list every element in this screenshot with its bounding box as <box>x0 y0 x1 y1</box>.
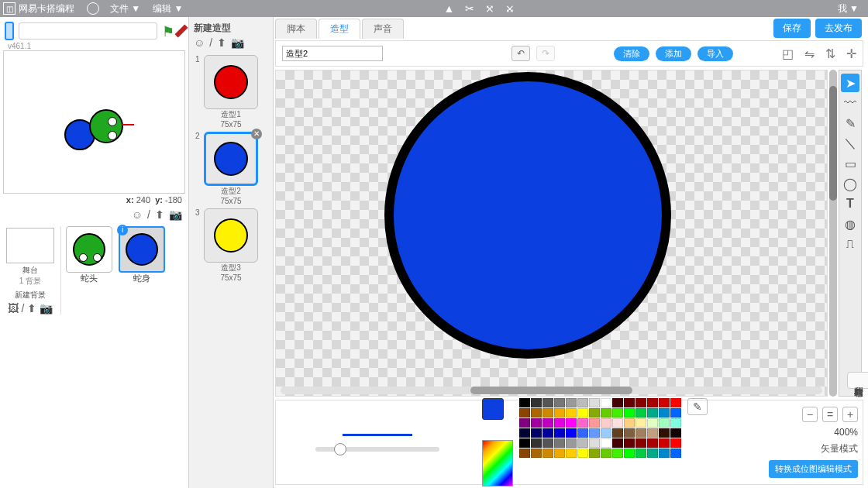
grow-icon[interactable]: ⤧ <box>485 2 494 15</box>
stage-thumb[interactable]: 舞台 1 背景 新建背景 🖼 / ⬆ 📷 <box>3 226 57 314</box>
redo-button[interactable]: ↷ <box>536 46 555 61</box>
costume-name-input[interactable] <box>282 46 383 61</box>
left-panel: ⚑ v461.1 x: 240 y: -180 ☺ / ⬆ 📷 舞台 1 背景 … <box>0 17 188 488</box>
reshape-tool-icon[interactable]: 〰 <box>841 94 859 112</box>
menu-edit[interactable]: 编辑 ▼ <box>153 2 183 15</box>
sprite-item-head[interactable]: 蛇头 <box>64 226 114 314</box>
stage-sprite-tongue <box>122 124 134 125</box>
sprite-label: 蛇身 <box>117 273 167 284</box>
upload-icon[interactable]: ⬆ <box>155 208 164 221</box>
costume-paint-icon[interactable]: / <box>209 36 212 49</box>
bg-paint-icon[interactable]: / <box>22 302 25 314</box>
menu-me[interactable]: 我 ▼ <box>838 2 859 15</box>
fill-tool-icon[interactable]: ◍ <box>841 215 859 233</box>
flip-v-icon[interactable]: ⇅ <box>825 46 835 61</box>
menu-file[interactable]: 文件 ▼ <box>110 2 140 15</box>
pen-tool-icon[interactable]: ✎ <box>841 114 859 132</box>
editor-toolbar: ↶ ↷ 清除 添加 导入 ◰ ⇋ ⇅ ✛ <box>275 40 863 67</box>
center-icon[interactable]: ✛ <box>846 46 856 61</box>
menubar: ◫ 网易卡搭编程 文件 ▼ 编辑 ▼ ▲ ✂ ⤧ ⤩ 我 ▼ <box>0 0 868 17</box>
bg-upload-icon[interactable]: ⬆ <box>27 302 36 314</box>
costume-item-1[interactable]: 1 造型1 75x75 <box>195 55 267 129</box>
close-icon[interactable]: ✕ <box>251 129 262 139</box>
mode-label: 矢量模式 <box>821 442 858 455</box>
v-scrollbar[interactable] <box>829 70 837 397</box>
stop-icon[interactable] <box>175 25 188 38</box>
rect-tool-icon[interactable]: ▭ <box>841 154 859 173</box>
sprite-toolbar: ☺ / ⬆ 📷 <box>0 206 188 223</box>
fill-color-swatch[interactable] <box>482 398 504 420</box>
version-label: v461.1 <box>0 42 188 50</box>
shrink-icon[interactable]: ⤩ <box>505 2 515 15</box>
costume-item-3[interactable]: 3 造型3 75x75 <box>195 208 267 282</box>
stage-resize-button[interactable] <box>5 22 14 40</box>
library-icon[interactable]: ☺ <box>132 208 143 221</box>
sprite-list: 蛇头 i 蛇身 <box>60 226 185 314</box>
center-tool-icons: ▲ ✂ ⤧ ⤩ <box>351 2 515 15</box>
paint-icon[interactable]: / <box>147 208 150 221</box>
stage-sprite-head <box>89 109 123 143</box>
sprite-item-body[interactable]: i 蛇身 <box>117 226 167 314</box>
costume-upload-icon[interactable]: ⬆ <box>217 36 226 49</box>
paint-canvas[interactable] <box>275 70 828 397</box>
tab-costumes[interactable]: 造型 <box>319 19 360 39</box>
info-badge-icon[interactable]: i <box>117 225 128 235</box>
line-tool-icon[interactable]: ＼ <box>841 134 859 153</box>
stamp-icon[interactable]: ▲ <box>444 2 455 15</box>
stroke-width-slider[interactable] <box>315 447 439 452</box>
costume-heading: 新建造型 <box>189 17 273 36</box>
stamp-tool-icon[interactable]: ⎍ <box>841 235 859 253</box>
import-button[interactable]: 导入 <box>698 46 733 61</box>
cut-icon[interactable]: ✂ <box>465 2 474 15</box>
camera-icon[interactable]: 📷 <box>169 208 182 221</box>
crop-icon[interactable]: ◰ <box>782 46 794 61</box>
stage-view[interactable] <box>3 50 185 194</box>
save-button[interactable]: 保存 <box>773 19 811 38</box>
convert-mode-button[interactable]: 转换成位图编辑模式 <box>769 460 858 478</box>
clear-button[interactable]: 清除 <box>614 46 649 61</box>
color-spectrum[interactable] <box>482 440 513 486</box>
eyedropper-icon[interactable]: ✎ <box>687 398 708 415</box>
globe-icon[interactable] <box>87 2 99 15</box>
bottom-panel: ✎ − = + 400% 矢量模式 转换成位图编辑模式 <box>275 400 863 485</box>
stroke-preview <box>343 434 412 436</box>
publish-button[interactable]: 去发布 <box>815 19 862 38</box>
stage-coords: x: 240 y: -180 <box>0 194 188 206</box>
zoom-out-button[interactable]: − <box>802 407 818 422</box>
select-tool-icon[interactable]: ➤ <box>841 74 859 92</box>
logo-icon: ◫ <box>3 2 16 15</box>
brand: 网易卡搭编程 <box>19 2 74 15</box>
tool-palette: ➤ 〰 ✎ ＼ ▭ ◯ T ◍ ⎍ <box>839 70 862 397</box>
costume-list-panel: 新建造型 ☺ / ⬆ 📷 1 造型1 75x75 2 ✕ 造型2 75x75 3… <box>188 17 274 488</box>
new-backdrop-label: 新建背景 <box>3 290 57 301</box>
costume-item-2[interactable]: 2 ✕ 造型2 75x75 <box>195 132 267 205</box>
color-palette[interactable] <box>519 398 681 458</box>
green-flag-icon[interactable]: ⚑ <box>162 23 174 39</box>
zoom-in-button[interactable]: + <box>842 407 858 422</box>
zoom-reset-button[interactable]: = <box>822 407 838 422</box>
costume-library-icon[interactable]: ☺ <box>194 36 205 49</box>
tab-sounds[interactable]: 声音 <box>362 19 404 39</box>
bg-library-icon[interactable]: 🖼 <box>8 302 19 314</box>
ellipse-tool-icon[interactable]: ◯ <box>841 174 859 193</box>
bg-camera-icon[interactable]: 📷 <box>40 302 53 314</box>
h-scrollbar[interactable] <box>281 387 822 394</box>
text-tool-icon[interactable]: T <box>841 194 859 213</box>
canvas-shape-circle[interactable] <box>384 72 671 359</box>
undo-button[interactable]: ↶ <box>512 46 530 61</box>
sprite-label: 蛇头 <box>64 273 114 284</box>
project-title-input[interactable] <box>19 22 157 40</box>
add-button[interactable]: 添加 <box>656 46 691 61</box>
zoom-level: 400% <box>834 427 858 438</box>
help-tab[interactable]: 帮助与教程 <box>847 372 868 389</box>
flip-h-icon[interactable]: ⇋ <box>804 46 815 61</box>
tab-scripts[interactable]: 脚本 <box>275 19 317 39</box>
costume-camera-icon[interactable]: 📷 <box>231 36 244 49</box>
editor-panel: 脚本 造型 声音 保存 去发布 ↶ ↷ 清除 添加 导入 ◰ ⇋ ⇅ ✛ <box>274 17 868 488</box>
